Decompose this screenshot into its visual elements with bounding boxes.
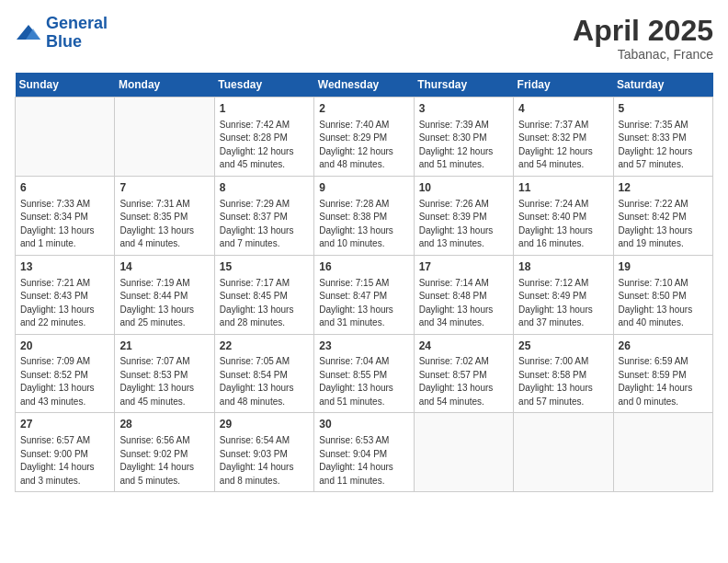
calendar-cell: 8Sunrise: 7:29 AM Sunset: 8:37 PM Daylig… (214, 176, 313, 255)
day-number: 17 (419, 259, 508, 275)
day-info: Sunrise: 7:31 AM Sunset: 8:35 PM Dayligh… (119, 198, 209, 251)
calendar-cell: 10Sunrise: 7:26 AM Sunset: 8:39 PM Dayli… (414, 176, 513, 255)
day-info: Sunrise: 7:33 AM Sunset: 8:34 PM Dayligh… (20, 198, 109, 251)
day-info: Sunrise: 7:02 AM Sunset: 8:57 PM Dayligh… (419, 355, 508, 408)
day-number: 10 (419, 180, 508, 196)
calendar-cell (514, 413, 613, 492)
calendar-cell: 23Sunrise: 7:04 AM Sunset: 8:55 PM Dayli… (314, 334, 414, 413)
day-number: 29 (220, 417, 309, 432)
day-info: Sunrise: 7:21 AM Sunset: 8:43 PM Dayligh… (20, 277, 109, 330)
calendar-cell: 11Sunrise: 7:24 AM Sunset: 8:40 PM Dayli… (514, 176, 613, 255)
logo-text: General Blue (46, 15, 108, 52)
day-number: 1 (220, 101, 309, 117)
weekday-header-cell: Wednesday (314, 73, 414, 98)
day-number: 19 (619, 259, 708, 275)
calendar-cell: 5Sunrise: 7:35 AM Sunset: 8:33 PM Daylig… (613, 98, 712, 177)
logo: General Blue (15, 15, 108, 52)
day-info: Sunrise: 7:42 AM Sunset: 8:28 PM Dayligh… (220, 119, 309, 172)
day-info: Sunrise: 7:14 AM Sunset: 8:48 PM Dayligh… (419, 277, 508, 330)
calendar-cell: 19Sunrise: 7:10 AM Sunset: 8:50 PM Dayli… (613, 255, 712, 334)
calendar-cell: 12Sunrise: 7:22 AM Sunset: 8:42 PM Dayli… (613, 176, 712, 255)
calendar-cell: 18Sunrise: 7:12 AM Sunset: 8:49 PM Dayli… (514, 255, 613, 334)
weekday-header-cell: Friday (514, 73, 613, 98)
day-number: 3 (419, 101, 508, 117)
day-info: Sunrise: 7:37 AM Sunset: 8:32 PM Dayligh… (518, 119, 608, 172)
day-number: 8 (220, 180, 309, 196)
day-info: Sunrise: 7:35 AM Sunset: 8:33 PM Dayligh… (619, 119, 708, 172)
day-number: 2 (319, 101, 408, 117)
calendar-cell (414, 413, 513, 492)
weekday-header-cell: Tuesday (214, 73, 313, 98)
day-number: 25 (518, 339, 608, 354)
day-info: Sunrise: 6:57 AM Sunset: 9:00 PM Dayligh… (20, 434, 109, 488)
day-info: Sunrise: 6:53 AM Sunset: 9:04 PM Dayligh… (319, 434, 408, 488)
calendar-cell: 7Sunrise: 7:31 AM Sunset: 8:35 PM Daylig… (115, 176, 214, 255)
day-number: 16 (319, 259, 408, 275)
day-info: Sunrise: 6:54 AM Sunset: 9:03 PM Dayligh… (220, 434, 309, 488)
day-info: Sunrise: 7:19 AM Sunset: 8:44 PM Dayligh… (119, 277, 209, 330)
calendar-week-row: 13Sunrise: 7:21 AM Sunset: 8:43 PM Dayli… (16, 255, 713, 334)
calendar-cell: 13Sunrise: 7:21 AM Sunset: 8:43 PM Dayli… (16, 255, 115, 334)
month-title: April 2025 (573, 15, 713, 47)
calendar-cell: 20Sunrise: 7:09 AM Sunset: 8:52 PM Dayli… (16, 334, 115, 413)
calendar-cell: 3Sunrise: 7:39 AM Sunset: 8:30 PM Daylig… (414, 98, 513, 177)
day-number: 7 (119, 180, 209, 196)
day-info: Sunrise: 7:29 AM Sunset: 8:37 PM Dayligh… (220, 198, 309, 251)
calendar-cell: 6Sunrise: 7:33 AM Sunset: 8:34 PM Daylig… (16, 176, 115, 255)
day-info: Sunrise: 7:40 AM Sunset: 8:29 PM Dayligh… (319, 119, 408, 172)
calendar-cell (16, 98, 115, 177)
day-number: 12 (619, 180, 708, 196)
day-number: 28 (119, 417, 209, 432)
calendar-week-row: 20Sunrise: 7:09 AM Sunset: 8:52 PM Dayli… (16, 334, 713, 413)
day-info: Sunrise: 7:07 AM Sunset: 8:53 PM Dayligh… (119, 355, 209, 408)
calendar-cell: 26Sunrise: 6:59 AM Sunset: 8:59 PM Dayli… (613, 334, 712, 413)
weekday-header-cell: Monday (115, 73, 214, 98)
calendar-cell: 4Sunrise: 7:37 AM Sunset: 8:32 PM Daylig… (514, 98, 613, 177)
calendar-table: SundayMondayTuesdayWednesdayThursdayFrid… (15, 73, 713, 492)
day-number: 30 (319, 417, 408, 432)
calendar-cell: 14Sunrise: 7:19 AM Sunset: 8:44 PM Dayli… (115, 255, 214, 334)
calendar-week-row: 6Sunrise: 7:33 AM Sunset: 8:34 PM Daylig… (16, 176, 713, 255)
calendar-cell: 28Sunrise: 6:56 AM Sunset: 9:02 PM Dayli… (115, 413, 214, 492)
day-info: Sunrise: 6:59 AM Sunset: 8:59 PM Dayligh… (619, 355, 708, 408)
day-number: 24 (419, 339, 508, 354)
weekday-header-cell: Thursday (414, 73, 513, 98)
page-header: General Blue April 2025 Tabanac, France (15, 15, 713, 62)
day-number: 13 (20, 259, 109, 275)
day-number: 6 (20, 180, 109, 196)
logo-line2: Blue (46, 32, 82, 51)
day-info: Sunrise: 7:24 AM Sunset: 8:40 PM Dayligh… (518, 198, 608, 251)
day-number: 15 (220, 259, 309, 275)
calendar-cell: 29Sunrise: 6:54 AM Sunset: 9:03 PM Dayli… (214, 413, 313, 492)
weekday-header-row: SundayMondayTuesdayWednesdayThursdayFrid… (16, 73, 713, 98)
calendar-cell: 22Sunrise: 7:05 AM Sunset: 8:54 PM Dayli… (214, 334, 313, 413)
calendar-cell: 27Sunrise: 6:57 AM Sunset: 9:00 PM Dayli… (16, 413, 115, 492)
day-info: Sunrise: 6:56 AM Sunset: 9:02 PM Dayligh… (119, 434, 209, 488)
calendar-cell: 30Sunrise: 6:53 AM Sunset: 9:04 PM Dayli… (314, 413, 414, 492)
weekday-header-cell: Saturday (613, 73, 712, 98)
calendar-cell: 1Sunrise: 7:42 AM Sunset: 8:28 PM Daylig… (214, 98, 313, 177)
day-info: Sunrise: 7:12 AM Sunset: 8:49 PM Dayligh… (518, 277, 608, 330)
day-info: Sunrise: 7:28 AM Sunset: 8:38 PM Dayligh… (319, 198, 408, 251)
logo-icon (15, 23, 42, 43)
day-info: Sunrise: 7:04 AM Sunset: 8:55 PM Dayligh… (319, 355, 408, 408)
day-number: 26 (619, 339, 708, 354)
location: Tabanac, France (573, 47, 713, 62)
calendar-cell: 21Sunrise: 7:07 AM Sunset: 8:53 PM Dayli… (115, 334, 214, 413)
day-info: Sunrise: 7:39 AM Sunset: 8:30 PM Dayligh… (419, 119, 508, 172)
calendar-cell: 25Sunrise: 7:00 AM Sunset: 8:58 PM Dayli… (514, 334, 613, 413)
weekday-header-cell: Sunday (16, 73, 115, 98)
calendar-cell: 17Sunrise: 7:14 AM Sunset: 8:48 PM Dayli… (414, 255, 513, 334)
calendar-cell: 2Sunrise: 7:40 AM Sunset: 8:29 PM Daylig… (314, 98, 414, 177)
day-info: Sunrise: 7:22 AM Sunset: 8:42 PM Dayligh… (619, 198, 708, 251)
day-info: Sunrise: 7:17 AM Sunset: 8:45 PM Dayligh… (220, 277, 309, 330)
day-number: 9 (319, 180, 408, 196)
title-block: April 2025 Tabanac, France (573, 15, 713, 62)
calendar-cell: 9Sunrise: 7:28 AM Sunset: 8:38 PM Daylig… (314, 176, 414, 255)
day-number: 14 (119, 259, 209, 275)
logo-line1: General (46, 14, 108, 32)
day-number: 22 (220, 339, 309, 354)
calendar-cell (115, 98, 214, 177)
day-number: 20 (20, 339, 109, 354)
calendar-cell: 24Sunrise: 7:02 AM Sunset: 8:57 PM Dayli… (414, 334, 513, 413)
